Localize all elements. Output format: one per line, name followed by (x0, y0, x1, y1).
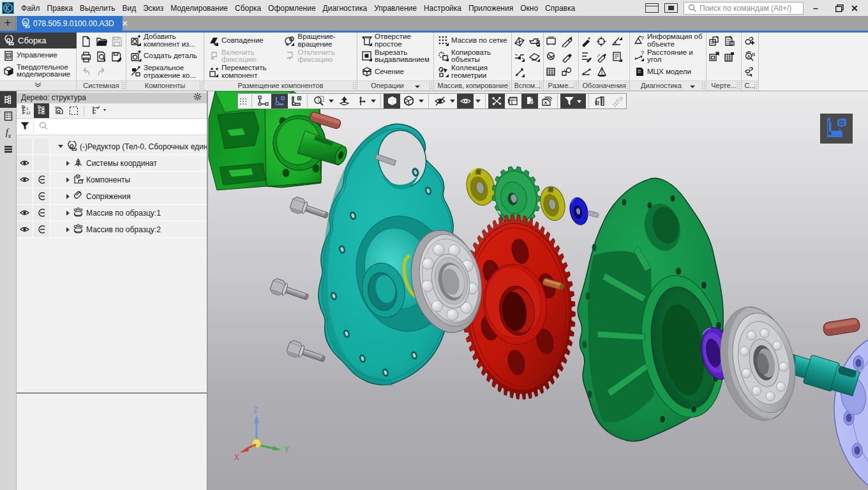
svg-text:Z: Z (253, 406, 258, 415)
svg-text:Y: Y (284, 445, 289, 454)
svg-text:X: X (234, 453, 239, 462)
svg-text:1: 1 (26, 107, 29, 110)
svg-text:?: ? (641, 35, 644, 41)
svg-text:B: B (752, 52, 755, 57)
svg-text:?: ? (641, 50, 644, 56)
svg-text:12: 12 (26, 111, 31, 115)
